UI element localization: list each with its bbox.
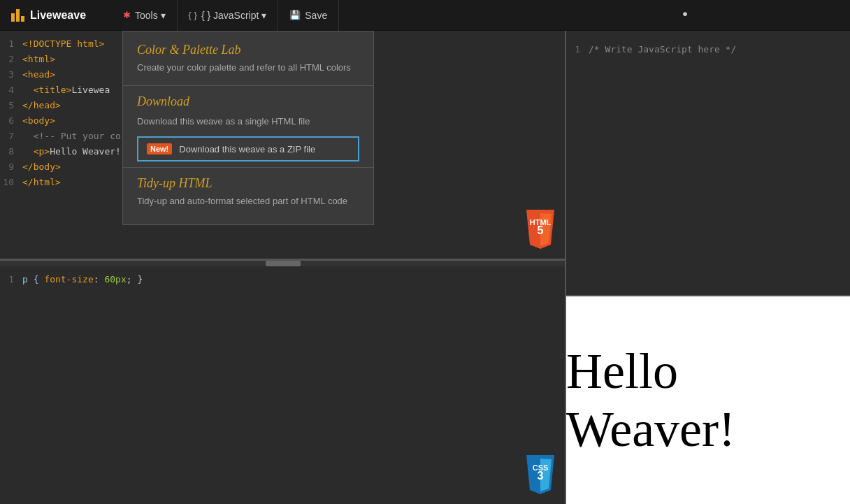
download-zip-label: Download this weave as a ZIP file: [179, 144, 315, 154]
download-zip-item[interactable]: New! Download this weave as a ZIP file: [137, 136, 359, 161]
html-scrollbar[interactable]: [0, 261, 565, 266]
topbar: Liveweave ✱ Tools ▾ { } { } JavaScript ▾…: [0, 0, 850, 31]
cursor-indicator: •: [681, 6, 689, 14]
save-icon: 💾: [289, 10, 301, 20]
logo-icon: [11, 9, 24, 22]
save-label: Save: [305, 10, 327, 21]
braces-icon: { }: [189, 10, 197, 20]
svg-text:CSS: CSS: [533, 463, 549, 472]
divider-2: [123, 167, 373, 168]
javascript-menu-button[interactable]: { } { } JavaScript ▾: [178, 0, 279, 31]
css-editor-lines: 1 p { font-size: 60px; }: [0, 266, 565, 293]
new-badge: New!: [147, 143, 172, 154]
css3-badge: 3 CSS: [523, 455, 558, 497]
tools-menu-button[interactable]: ✱ Tools ▾: [112, 0, 178, 31]
javascript-label: { } JavaScript ▾: [201, 10, 266, 21]
tools-icon: ✱: [123, 10, 131, 20]
preview-text: Hello Weaver!: [566, 343, 850, 459]
tidyup-title[interactable]: Tidy-up HTML: [137, 176, 359, 191]
download-section: Download: [123, 94, 373, 109]
color-palette-section: Color & Palette Lab Create your color pa…: [123, 43, 373, 85]
css-editor[interactable]: 1 p { font-size: 60px; } 3 CSS: [0, 266, 565, 504]
css-line-1: 1 p { font-size: 60px; }: [0, 272, 565, 287]
download-title[interactable]: Download: [137, 94, 359, 109]
color-palette-desc: Create your color palette and refer to a…: [137, 62, 359, 74]
right-panel: 1 /* Write JavaScript here */ Hello Weav…: [565, 31, 850, 504]
divider-1: [123, 85, 373, 86]
tidyup-desc: Tidy-up and auto-format selected part of…: [137, 195, 359, 208]
preview-panel: Hello Weaver!: [566, 296, 850, 504]
download-single-item[interactable]: Download this weave as a single HTML fil…: [123, 113, 373, 132]
html5-badge: 5 HTML: [523, 210, 558, 252]
download-single-label: Download this weave as a single HTML fil…: [137, 116, 310, 127]
js-editor[interactable]: 1 /* Write JavaScript here */: [566, 31, 850, 296]
tools-dropdown: Color & Palette Lab Create your color pa…: [122, 31, 374, 225]
color-palette-title[interactable]: Color & Palette Lab: [137, 43, 359, 57]
js-line-1: 1 /* Write JavaScript here */: [566, 42, 850, 57]
logo-text: Liveweave: [30, 9, 86, 22]
save-button[interactable]: 💾 Save: [278, 0, 339, 31]
logo-area: Liveweave: [0, 9, 112, 22]
tools-label: Tools ▾: [135, 10, 166, 21]
tidyup-section: Tidy-up HTML Tidy-up and auto-format sel…: [123, 176, 373, 219]
svg-text:HTML: HTML: [530, 218, 552, 226]
scrollbar-thumb[interactable]: [266, 261, 301, 266]
js-editor-lines: 1 /* Write JavaScript here */: [566, 36, 850, 63]
